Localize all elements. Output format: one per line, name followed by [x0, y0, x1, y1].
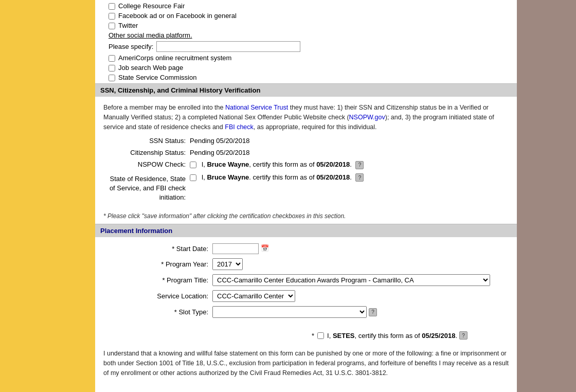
- setes-star: *: [312, 332, 314, 340]
- setes-help-icon[interactable]: ?: [459, 331, 467, 340]
- twitter-checkbox[interactable]: [109, 23, 115, 29]
- checkbox-job-search[interactable]: Job search Web page: [103, 64, 509, 72]
- ssn-status-value: Pending 05/20/2018: [190, 137, 249, 145]
- americorps-checkbox[interactable]: [109, 55, 115, 62]
- state-check-label: State of Residence, Stateof Service, and…: [103, 173, 186, 203]
- program-year-select[interactable]: 2015 2016 2017 2018 2019: [212, 258, 243, 270]
- please-specify-input[interactable]: [156, 41, 300, 52]
- setes-checkbox[interactable]: [317, 332, 324, 339]
- state-certify-text: I, Bruce Wayne. certify this form as of …: [202, 173, 354, 181]
- college-resource-fair-label: College Resource Fair: [118, 2, 185, 10]
- left-panel: [0, 0, 95, 392]
- ssn-section-header: SSN, Citizenship, and Criminal History V…: [95, 83, 517, 97]
- checkbox-state-service[interactable]: State Service Commission: [103, 74, 509, 81]
- setes-date: 05/25/2018: [422, 332, 455, 340]
- calendar-icon[interactable]: 📅: [261, 244, 270, 254]
- setes-certify-text: I, SETES, certify this form as of 05/25/…: [327, 332, 457, 340]
- americorps-label: AmeriCorps online recruitment system: [118, 54, 231, 62]
- nspow-date: 05/20/2018: [316, 161, 350, 168]
- legal-text: I understand that a knowing and willful …: [95, 345, 517, 386]
- nspow-certify-text: I, Bruce Wayne, certify this form as of …: [202, 161, 354, 168]
- setes-certify-row: * I, SETES, certify this form as of 05/2…: [103, 331, 509, 340]
- ssn-status-label: SSN Status:: [103, 137, 186, 145]
- checkbox-americorps[interactable]: AmeriCorps online recruitment system: [103, 54, 509, 62]
- legal-text-content: I understand that a knowing and willful …: [103, 350, 509, 377]
- program-title-row: * Program Title: CCC-Camarillo Center Ed…: [126, 274, 509, 286]
- state-help-icon[interactable]: ?: [355, 173, 364, 182]
- slot-type-label: * Slot Type:: [126, 308, 208, 316]
- main-content: College Resource Fair Facebook ad or on …: [95, 0, 517, 392]
- state-service-label: State Service Commission: [118, 74, 196, 81]
- setes-name: SETES: [333, 332, 355, 340]
- nspow-label: NSPOW Check:: [103, 161, 186, 168]
- checkbox-twitter[interactable]: Twitter: [103, 22, 509, 29]
- ssn-status-row: SSN Status: Pending 05/20/2018: [103, 137, 509, 145]
- program-year-row: * Program Year: 2015 2016 2017 2018 2019: [126, 258, 509, 270]
- ssn-info-text: Before a member may be enrolled into the…: [103, 103, 509, 132]
- nspow-name: Bruce Wayne: [207, 161, 249, 168]
- twitter-label: Twitter: [118, 22, 138, 29]
- start-date-label: * Start Date:: [126, 245, 208, 253]
- state-certify-area: I, Bruce Wayne. certify this form as of …: [190, 173, 364, 182]
- state-name: Bruce Wayne: [207, 173, 249, 181]
- please-specify-label: Please specify:: [109, 43, 153, 50]
- checkbox-facebook-ad[interactable]: Facebook ad or on Facebook in general: [103, 12, 509, 20]
- program-title-select[interactable]: CCC-Camarillo Center Education Awards Pr…: [212, 274, 490, 286]
- citizenship-status-value: Pending 05/20/2018: [190, 149, 249, 156]
- state-check-checkbox[interactable]: [190, 174, 196, 181]
- state-date: 05/20/2018: [316, 173, 350, 181]
- other-social-label: Other social media platform.: [109, 31, 192, 39]
- service-location-label: Service Location:: [126, 292, 208, 300]
- right-panel: [517, 0, 576, 392]
- nspow-checkbox[interactable]: [190, 162, 196, 168]
- ssn-section-body: Before a member may be enrolled into the…: [95, 101, 517, 210]
- top-checkboxes-section: College Resource Fair Facebook ad or on …: [95, 0, 517, 81]
- save-note: * Please click "save information" after …: [95, 210, 517, 224]
- placement-header: Placement Information: [95, 224, 517, 237]
- job-search-checkbox[interactable]: [109, 65, 115, 72]
- program-year-label: * Program Year:: [126, 260, 208, 268]
- college-resource-fair-checkbox[interactable]: [109, 3, 115, 10]
- nspow-help-icon[interactable]: ?: [355, 161, 364, 169]
- start-date-row: * Start Date: 📅: [126, 243, 509, 254]
- state-service-checkbox[interactable]: [109, 75, 115, 81]
- facebook-ad-label: Facebook ad or on Facebook in general: [118, 12, 237, 20]
- slot-type-select[interactable]: [212, 306, 367, 318]
- state-check-row: State of Residence, Stateof Service, and…: [103, 173, 509, 203]
- slot-type-row: * Slot Type: ?: [126, 306, 509, 318]
- slot-type-help-icon[interactable]: ?: [369, 308, 377, 316]
- citizenship-status-label: Citizenship Status:: [103, 149, 186, 156]
- service-location-select[interactable]: CCC-Camarillo Center: [212, 290, 295, 302]
- please-specify-row: Please specify:: [103, 41, 509, 52]
- service-location-row: Service Location: CCC-Camarillo Center: [126, 290, 509, 302]
- nspow-certify-area: I, Bruce Wayne, certify this form as of …: [190, 161, 364, 169]
- citizenship-status-row: Citizenship Status: Pending 05/20/2018: [103, 149, 509, 156]
- placement-fields: * Start Date: 📅 * Program Year: 2015 201…: [95, 241, 517, 326]
- program-title-label: * Program Title:: [126, 276, 208, 284]
- other-social-row: Other social media platform.: [103, 31, 509, 39]
- job-search-label: Job search Web page: [118, 64, 183, 72]
- nspow-check-row: NSPOW Check: I, Bruce Wayne, certify thi…: [103, 161, 509, 169]
- checkbox-college-resource-fair[interactable]: College Resource Fair: [103, 2, 509, 10]
- start-date-input[interactable]: [212, 243, 259, 254]
- facebook-ad-checkbox[interactable]: [109, 13, 115, 20]
